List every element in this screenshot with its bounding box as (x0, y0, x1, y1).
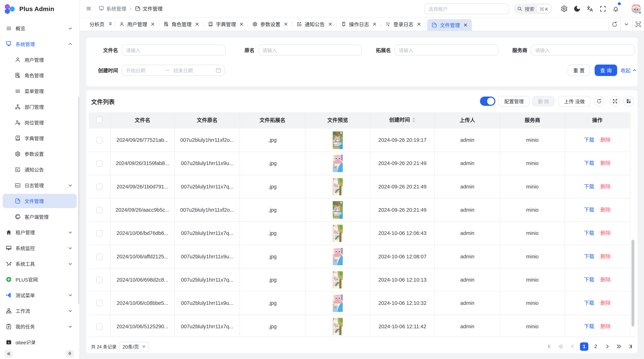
svg-text:DEV: DEV (16, 185, 20, 186)
svg-text:x: x (8, 341, 10, 344)
